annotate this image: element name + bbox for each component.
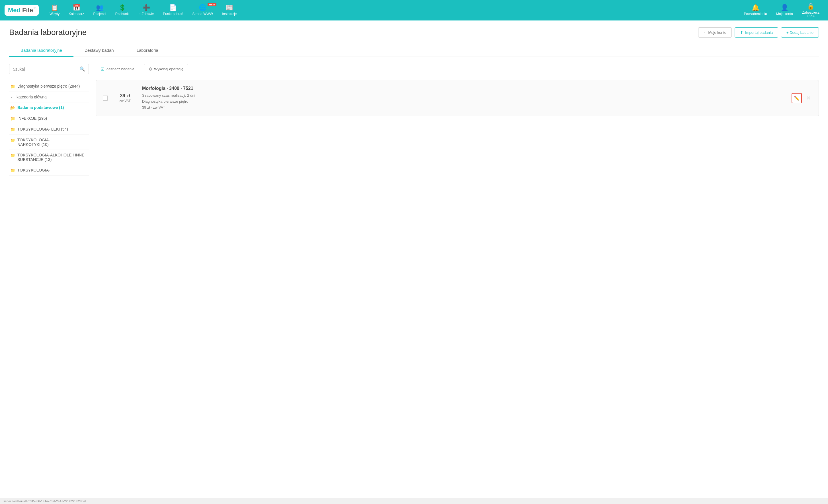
page-header: Badania laboratoryjne ← Moje konto ⬆ Imp…	[9, 27, 819, 38]
nav-powiadomienia[interactable]: 🔔 Powiadomienia	[740, 2, 771, 18]
sidebar-item-back[interactable]: ← kategoria główna	[9, 92, 89, 102]
nav-moje-konto[interactable]: 👤 Moje konto	[772, 2, 797, 18]
folder-icon-more: 📁	[10, 168, 15, 173]
toolbar: ☑ Zaznacz badania ⚙ Wykonaj operację	[96, 64, 819, 74]
nav-wizyty[interactable]: 📋 Wizyty	[46, 2, 64, 18]
price-vat: zw VAT	[119, 99, 131, 103]
page-content: Badania laboratoryjne ← Moje konto ⬆ Imp…	[0, 20, 828, 504]
folder-icon-infekcje: 📁	[10, 116, 15, 121]
pencil-icon: ✏️	[794, 96, 799, 101]
nav-zabezpiecz[interactable]: 🔒 Zabezpiecz 119:56	[798, 1, 823, 20]
nav-ezdrowie[interactable]: ➕ e-Zdrowie	[135, 2, 158, 18]
sidebar-item-badania-podstawowe[interactable]: 📂 Badania podstawowe (1)	[9, 102, 89, 113]
main-panel: ☑ Zaznacz badania ⚙ Wykonaj operację 39 …	[96, 64, 819, 176]
nav-pacjenci[interactable]: 👥 Pacjenci	[89, 2, 110, 18]
folder-icon-leki: 📁	[10, 127, 15, 132]
zabezpiecz-label: Zabezpiecz	[802, 10, 820, 14]
checkbox-icon: ☑	[100, 66, 105, 72]
folder-icon-alkohole: 📁	[10, 153, 15, 157]
tab-zestawy[interactable]: Zestawy badań	[74, 44, 125, 57]
sidebar-item-toksykologia-narkotyki[interactable]: 📁 TOKSYKOLOGIA-NARKOTYKI (10)	[9, 135, 89, 150]
folder-icon-narkotyki: 📁	[10, 138, 15, 142]
card-price: 39 zł zw VAT	[114, 93, 136, 103]
sidebar-active-label: Badania podstawowe (1)	[17, 105, 64, 110]
sidebar-item-infekcje[interactable]: 📁 INFEKCJE (295)	[9, 113, 89, 124]
status-bar: service/edit/uuid/7d2f5936-1e1a-762f-2e4…	[0, 498, 828, 504]
card-meta3: 39 zł · zw VAT	[142, 105, 165, 109]
search-icon: 🔍	[79, 66, 85, 72]
kalendarz-label: Kalendarz	[69, 12, 84, 16]
sidebar-label-leki: TOKSYKOLOGIA- LEKI (54)	[17, 127, 68, 131]
pacjenci-icon: 👥	[96, 5, 104, 11]
status-url: service/edit/uuid/7d2f5936-1e1a-762f-2e4…	[3, 499, 86, 503]
new-badge: NEW	[208, 3, 216, 6]
sidebar-label-narkotyki: TOKSYKOLOGIA-NARKOTYKI (10)	[17, 138, 50, 147]
sidebar-item-toksykologia-more[interactable]: 📁 TOKSYKOLOGIA-	[9, 165, 89, 176]
nav-instrukcje[interactable]: 📰 Instrukcje	[218, 2, 241, 18]
rachunki-label: Rachunki	[115, 12, 130, 16]
logo-text: Med File	[8, 6, 33, 14]
powiadomienia-label: Powiadomienia	[744, 12, 767, 16]
nav-kalendarz[interactable]: 📅 Kalendarz	[65, 2, 88, 18]
moje-konto-label: Moje konto	[776, 12, 793, 16]
ezdrowie-label: e-Zdrowie	[139, 12, 154, 16]
nav-strona-www[interactable]: NEW 🌐 Strona WWW	[189, 2, 217, 18]
sidebar-item-diagnostyka-label: Diagnostyka pierwsze piętro (2844)	[17, 84, 80, 88]
delete-button[interactable]: ✕	[805, 94, 812, 102]
sidebar-label-more: TOKSYKOLOGIA-	[17, 168, 50, 172]
punkt-pobran-icon: 📄	[169, 5, 177, 11]
search-input[interactable]	[13, 67, 79, 72]
strona-www-icon: 🌐	[199, 5, 206, 11]
card-title: Morfologia · 3400 · 7521	[142, 86, 786, 91]
folder-icon: 📁	[10, 84, 15, 89]
logo-file: File	[20, 6, 33, 14]
sidebar-item-toksykologia-leki[interactable]: 📁 TOKSYKOLOGIA- LEKI (54)	[9, 124, 89, 135]
bell-icon: 🔔	[752, 5, 759, 11]
lock-icon: 🔒	[807, 3, 815, 9]
select-button[interactable]: ☑ Zaznacz badania	[96, 64, 139, 74]
card-meta2: Diagnostyka pierwsze piętro	[142, 99, 189, 103]
sidebar-label-alkohole: TOKSYKOLOGIA-ALKOHOLE I INNE SUBSTANCJE …	[17, 153, 88, 162]
nav-punkt-pobran[interactable]: 📄 Punkt pobrań	[159, 2, 187, 18]
instrukcje-label: Instrukcje	[222, 12, 237, 16]
select-label: Zaznacz badania	[106, 67, 134, 71]
zabezpiecz-time: 119:56	[806, 14, 815, 18]
card-info: Morfologia · 3400 · 7521 Szacowany czas …	[142, 86, 786, 110]
user-icon: 👤	[781, 5, 788, 11]
nav-rachunki[interactable]: 💲 Rachunki	[111, 2, 133, 18]
folder-open-icon: 📂	[10, 105, 15, 110]
wizyty-icon: 📋	[51, 5, 58, 11]
gear-icon: ⚙	[149, 66, 152, 72]
my-account-button[interactable]: ← Moje konto	[698, 27, 732, 38]
main-header: Med File ® 📋 Wizyty 📅 Kalendarz 👥 Pacjen…	[0, 0, 828, 20]
sidebar-item-diagnostyka[interactable]: 📁 Diagnostyka pierwsze piętro (2844)	[9, 81, 89, 92]
wizyty-label: Wizyty	[49, 12, 59, 16]
rachunki-icon: 💲	[118, 5, 126, 11]
kalendarz-icon: 📅	[73, 5, 80, 11]
punkt-pobran-label: Punkt pobrań	[163, 12, 183, 16]
strona-www-label: Strona WWW	[193, 12, 213, 16]
action-label: Wykonaj operację	[154, 67, 183, 71]
sidebar: 🔍 📁 Diagnostyka pierwsze piętro (2844) ←…	[9, 64, 89, 176]
action-button[interactable]: ⚙ Wykonaj operację	[144, 64, 188, 74]
import-button[interactable]: ⬆ Importuj badania	[735, 27, 778, 38]
pacjenci-label: Pacjenci	[93, 12, 106, 16]
page-title: Badania laboratoryjne	[9, 28, 87, 37]
edit-button[interactable]: ✏️	[792, 93, 802, 103]
tab-badania-lab[interactable]: Badania laboratoryjne	[9, 44, 74, 57]
add-button[interactable]: + Dodaj badanie	[781, 27, 819, 38]
import-icon: ⬆	[740, 30, 743, 35]
sidebar-item-toksykologia-alkohole[interactable]: 📁 TOKSYKOLOGIA-ALKOHOLE I INNE SUBSTANCJ…	[9, 150, 89, 165]
header-actions: ← Moje konto ⬆ Importuj badania + Dodaj …	[698, 27, 819, 38]
sidebar-back-label: kategoria główna	[16, 95, 47, 99]
card-checkbox[interactable]	[103, 96, 108, 101]
logo-registered: ®	[34, 6, 36, 9]
tab-laboratoria[interactable]: Laboratoria	[125, 44, 170, 57]
back-arrow-icon: ←	[10, 95, 14, 99]
search-box[interactable]: 🔍	[9, 64, 89, 74]
content-layout: 🔍 📁 Diagnostyka pierwsze piętro (2844) ←…	[9, 64, 819, 176]
price-amount: 39 zł	[114, 93, 136, 98]
logo[interactable]: Med File ®	[5, 5, 39, 16]
instrukcje-icon: 📰	[225, 5, 233, 11]
card-meta: Szacowany czas realizacji: 2 dni Diagnos…	[142, 93, 786, 110]
